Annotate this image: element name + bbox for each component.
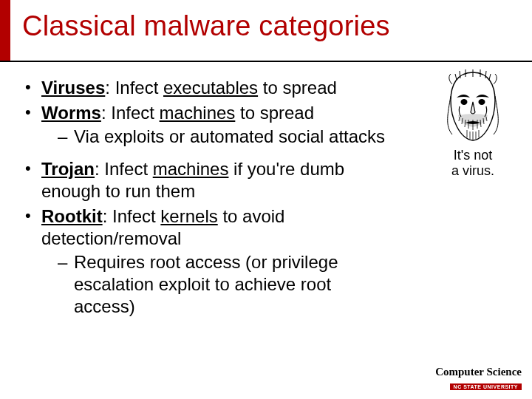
accent-bar [0,0,10,62]
slide-title: Classical malware categories [22,10,390,42]
slide: Classical malware categories Viruses: In… [0,0,532,399]
text: to spread [235,103,314,123]
bullet-trojan: Trojan: Infect machines if you're dumb e… [25,158,395,202]
keyword: executables [163,78,258,98]
face-sketch-icon [437,68,508,145]
subbullet-worms: Via exploits or automated social attacks [41,126,395,148]
svg-point-8 [479,99,485,105]
text: : Infect [101,103,160,123]
svg-line-0 [455,74,457,80]
keyword: machines [153,159,229,179]
subbullet-rootkit: Requires root access (or privilege escal… [41,251,395,318]
bullet-worms: Worms: Infect machines to spread Via exp… [25,102,395,148]
portrait-block: It's not a virus. [432,68,514,178]
term: Viruses [41,78,105,98]
spacer [25,151,395,158]
text: to spread [258,78,337,98]
text: : Infect [95,159,153,179]
text: : Infect [103,206,161,226]
content-body: Viruses: Infect executables to spread Wo… [25,77,395,321]
caption-line: It's not [454,148,492,163]
keyword: machines [160,103,236,123]
text: : Infect [105,78,163,98]
term: Rootkit [41,206,103,226]
portrait-caption: It's not a virus. [432,148,514,178]
caption-line: a virus. [451,163,494,178]
term: Worms [41,103,101,123]
term: Trojan [41,159,95,179]
keyword: kernels [160,206,217,226]
footer-line1: Computer Science [435,366,522,378]
svg-point-7 [461,99,468,105]
bullet-rootkit: Rootkit: Infect kernels to avoid detecti… [25,205,395,318]
bullet-viruses: Viruses: Infect executables to spread [25,77,395,99]
title-underline [0,61,532,62]
footer-line2: NC STATE UNIVERSITY [450,383,522,390]
svg-line-6 [489,74,491,80]
footer-logo: Computer Science NC STATE UNIVERSITY [435,366,522,392]
